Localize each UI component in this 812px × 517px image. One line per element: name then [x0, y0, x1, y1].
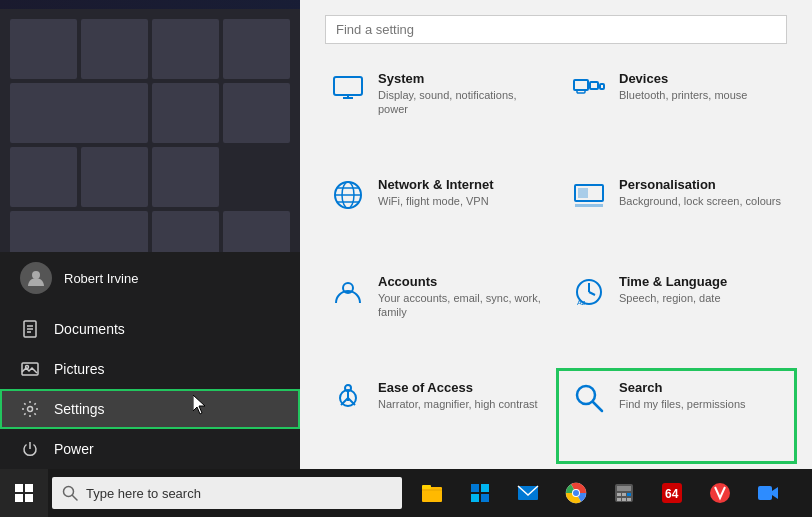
taskbar-java[interactable]: 64 [650, 469, 694, 517]
settings-label: Settings [54, 401, 105, 417]
taskbar-zoom[interactable] [746, 469, 790, 517]
svg-rect-35 [15, 484, 23, 492]
system-text: System Display, sound, notifications, po… [378, 71, 541, 117]
svg-line-30 [341, 398, 348, 405]
ease-title: Ease of Access [378, 380, 538, 395]
accounts-desc: Your accounts, email, sync, work, family [378, 291, 541, 320]
tile[interactable] [10, 83, 148, 143]
tile[interactable] [152, 147, 219, 207]
svg-rect-45 [471, 494, 479, 502]
tile[interactable] [10, 211, 148, 252]
power-label: Power [54, 441, 94, 457]
settings-item-devices[interactable]: Devices Bluetooth, printers, mouse [556, 59, 797, 165]
sidebar-item-pictures[interactable]: Pictures [0, 349, 300, 389]
settings-item-system[interactable]: System Display, sound, notifications, po… [315, 59, 556, 165]
settings-item-search[interactable]: Search Find my files, permissions [556, 368, 797, 464]
accounts-icon [330, 274, 366, 310]
settings-item-ease[interactable]: Ease of Access Narrator, magnifier, high… [315, 368, 556, 464]
personalisation-text: Personalisation Background, lock screen,… [619, 177, 781, 208]
taskbar-store[interactable] [458, 469, 502, 517]
svg-rect-22 [578, 188, 588, 198]
tile[interactable] [81, 19, 148, 79]
start-menu: Robert Irvine Documents Pictures [0, 9, 300, 469]
tile[interactable] [81, 147, 148, 207]
svg-rect-13 [600, 84, 604, 89]
personalisation-desc: Background, lock screen, colours [619, 194, 781, 208]
settings-item-personalisation[interactable]: Personalisation Background, lock screen,… [556, 165, 797, 261]
sidebar-item-power[interactable]: Power [0, 429, 300, 469]
taskbar-search-text: Type here to search [86, 486, 201, 501]
accounts-text: Accounts Your accounts, email, sync, wor… [378, 274, 541, 320]
svg-point-0 [32, 271, 40, 279]
devices-title: Devices [619, 71, 747, 86]
svg-rect-58 [627, 498, 631, 501]
user-section[interactable]: Robert Irvine [0, 252, 300, 304]
taskbar-calculator[interactable] [602, 469, 646, 517]
settings-item-network[interactable]: Network & Internet WiFi, flight mode, VP… [315, 165, 556, 261]
user-name: Robert Irvine [64, 271, 138, 286]
svg-rect-57 [622, 498, 626, 501]
svg-rect-56 [617, 498, 621, 501]
devices-text: Devices Bluetooth, printers, mouse [619, 71, 747, 102]
time-text: Time & Language Speech, region, date [619, 274, 727, 305]
svg-rect-41 [422, 487, 442, 502]
svg-rect-14 [577, 90, 585, 93]
network-icon [330, 177, 366, 213]
personalisation-icon [571, 177, 607, 213]
settings-item-accounts[interactable]: Accounts Your accounts, email, sync, wor… [315, 262, 556, 368]
svg-rect-62 [758, 486, 772, 500]
devices-desc: Bluetooth, printers, mouse [619, 88, 747, 102]
time-desc: Speech, region, date [619, 291, 727, 305]
document-icon [20, 319, 40, 339]
svg-rect-37 [15, 494, 23, 502]
gear-icon [20, 399, 40, 419]
taskbar-mail[interactable] [506, 469, 550, 517]
network-text: Network & Internet WiFi, flight mode, VP… [378, 177, 494, 208]
svg-point-7 [28, 407, 33, 412]
taskbar-search-bar[interactable]: Type here to search [52, 477, 402, 509]
tile[interactable] [152, 19, 219, 79]
tile[interactable] [10, 19, 77, 79]
ease-desc: Narrator, magnifier, high contrast [378, 397, 538, 411]
network-title: Network & Internet [378, 177, 494, 192]
personalisation-title: Personalisation [619, 177, 781, 192]
settings-header [300, 0, 812, 54]
svg-rect-52 [617, 486, 631, 491]
find-setting-input[interactable] [325, 15, 787, 44]
taskbar-search-icon [62, 485, 78, 501]
accounts-title: Accounts [378, 274, 541, 289]
time-icon: Az [571, 274, 607, 310]
svg-rect-11 [574, 80, 588, 90]
svg-rect-54 [622, 493, 626, 496]
tile[interactable] [10, 147, 77, 207]
settings-item-time[interactable]: Az Time & Language Speech, region, date [556, 262, 797, 368]
power-icon [20, 439, 40, 459]
svg-rect-12 [590, 82, 598, 89]
svg-rect-46 [481, 494, 489, 502]
ease-icon [330, 380, 366, 416]
start-menu-tiles [0, 9, 300, 252]
documents-label: Documents [54, 321, 125, 337]
taskbar-vivaldi[interactable] [698, 469, 742, 517]
sidebar-item-settings[interactable]: Settings [0, 389, 300, 429]
tile[interactable] [223, 211, 290, 252]
tile[interactable] [223, 19, 290, 79]
svg-text:Az: Az [577, 299, 586, 306]
avatar [20, 262, 52, 294]
tile[interactable] [223, 83, 290, 143]
svg-rect-42 [422, 485, 431, 489]
sidebar-item-documents[interactable]: Documents [0, 309, 300, 349]
svg-line-31 [348, 398, 355, 405]
tile[interactable] [152, 211, 219, 252]
tile[interactable] [152, 83, 219, 143]
svg-rect-44 [481, 484, 489, 492]
start-button[interactable] [0, 469, 48, 517]
svg-rect-36 [25, 484, 33, 492]
taskbar-browser[interactable] [554, 469, 598, 517]
svg-rect-55 [627, 493, 631, 496]
taskbar-file-explorer[interactable] [410, 469, 454, 517]
svg-rect-38 [25, 494, 33, 502]
svg-line-34 [593, 402, 602, 411]
taskbar-icons: 64 [410, 469, 790, 517]
search-settings-icon [571, 380, 607, 416]
